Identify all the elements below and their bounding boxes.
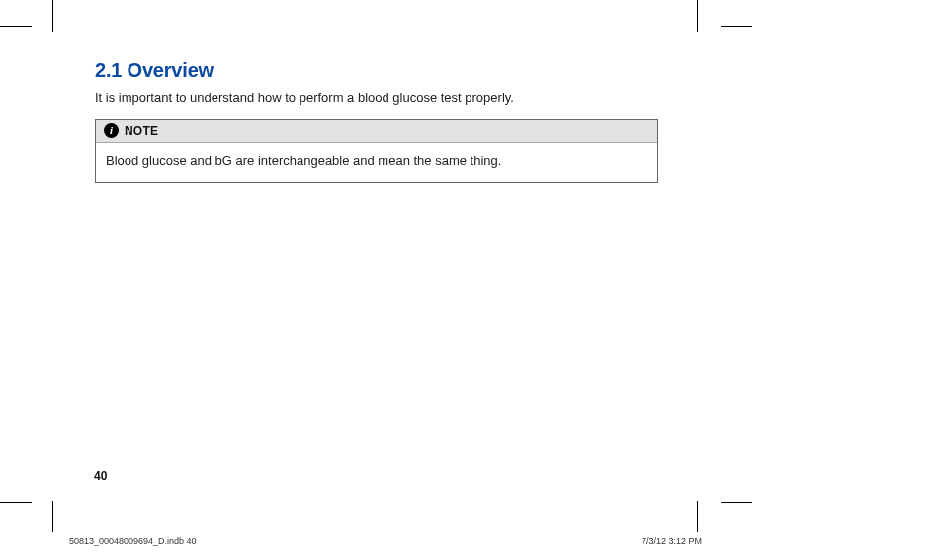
note-box: i NOTE Blood glucose and bG are intercha…	[95, 119, 658, 183]
crop-mark	[721, 502, 752, 503]
crop-mark	[52, 0, 53, 32]
crop-mark	[0, 26, 32, 27]
footer-right: 7/3/12 3:12 PM	[642, 536, 702, 546]
crop-mark	[0, 502, 32, 503]
note-header: i NOTE	[96, 120, 657, 143]
intro-paragraph: It is important to understand how to per…	[95, 90, 668, 105]
crop-mark	[697, 0, 698, 32]
page-content: 2.1 Overview It is important to understa…	[95, 59, 668, 183]
crop-mark	[721, 26, 752, 27]
page-number: 40	[94, 469, 107, 483]
crop-mark	[697, 501, 698, 532]
footer: 50813_00048009694_D.indb 40 7/3/12 3:12 …	[69, 536, 702, 546]
crop-mark	[52, 501, 53, 532]
note-label: NOTE	[125, 124, 158, 138]
footer-left: 50813_00048009694_D.indb 40	[69, 536, 197, 546]
section-heading: 2.1 Overview	[95, 59, 668, 82]
note-body: Blood glucose and bG are interchangeable…	[96, 143, 657, 182]
info-icon: i	[104, 123, 119, 138]
